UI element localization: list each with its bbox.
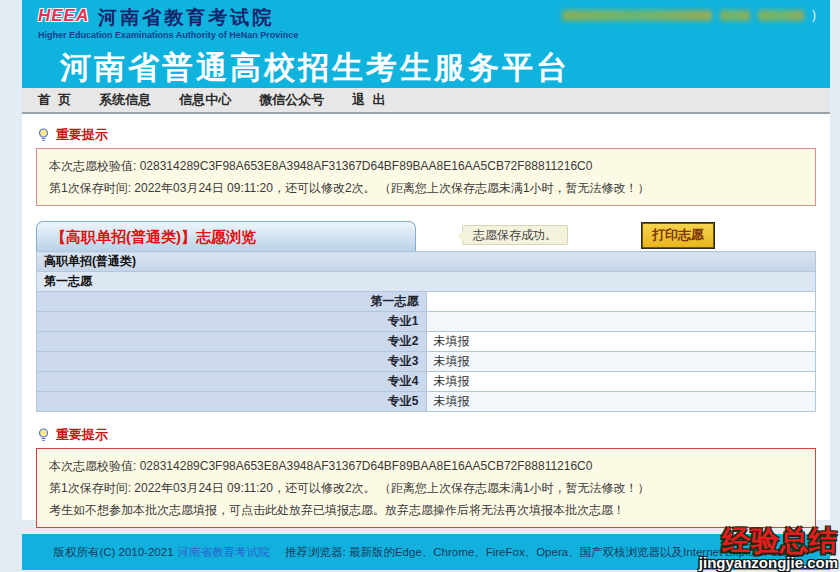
user-suffix-text: )	[812, 8, 816, 22]
save-time-line: 第1次保存时间: 2022年03月24日 09:11:20，还可以修改2次。 （…	[49, 477, 803, 499]
browse-tab-row: 【高职单招(普通类)】志愿浏览 志愿保存成功。 打印志愿	[36, 221, 816, 251]
notice-top-box: 本次志愿校验值: 028314289C3F98A653E8A3948AF3136…	[36, 148, 816, 206]
table-row: 专业3 未填报	[37, 352, 816, 372]
save-time-line: 第1次保存时间: 2022年03月24日 09:11:20，还可以修改2次。 （…	[49, 177, 803, 199]
row-label: 专业3	[37, 352, 427, 372]
main-nav: 首 页 系统信息 信息中心 微信公众号 退 出	[22, 88, 830, 114]
notice-bottom-box: 本次志愿校验值: 028314289C3F98A653E8A3948AF3136…	[36, 448, 816, 528]
row-value	[426, 292, 816, 312]
table-row: 专业2 未填报	[37, 332, 816, 352]
bulb-icon	[38, 428, 49, 443]
nav-item-system-info[interactable]: 系统信息	[99, 91, 151, 109]
org-name: 河南省教育考试院	[98, 5, 274, 31]
row-label: 专业5	[37, 392, 427, 412]
table-row: 专业4 未填报	[37, 372, 816, 392]
banner-title: 河南省普通高校招生考生服务平台	[22, 40, 830, 89]
redacted-user-name	[562, 10, 712, 21]
notice-top-title: 重要提示	[56, 126, 108, 144]
row-value: 未填报	[426, 332, 816, 352]
heea-logo-icon: HEEA	[36, 6, 91, 26]
nav-item-wechat[interactable]: 微信公众号	[259, 91, 324, 109]
copyright-text: 版权所有(C) 2010-2021	[53, 545, 173, 560]
org-footer-link[interactable]: 河南省教育考试院	[178, 545, 270, 560]
site-header: HEEA 河南省教育考试院 Higher Education Examinati…	[22, 0, 830, 88]
save-success-toast: 志愿保存成功。	[462, 225, 568, 245]
site-footer: 版权所有(C) 2010-2021 河南省教育考试院 推荐浏览器: 最新版的Ed…	[22, 534, 830, 570]
redacted-user-id	[720, 10, 750, 21]
subgroup-header-cell: 第一志愿	[37, 272, 816, 292]
notice-top-heading: 重要提示	[38, 126, 816, 144]
org-name-english: Higher Education Examinations Authority …	[22, 30, 830, 40]
bulb-icon	[38, 128, 49, 143]
row-label: 第一志愿	[37, 292, 427, 312]
nav-item-info-center[interactable]: 信息中心	[179, 91, 231, 109]
tab-wish-browse[interactable]: 【高职单招(普通类)】志愿浏览	[36, 221, 416, 251]
row-value: 未填报	[426, 392, 816, 412]
nav-item-home[interactable]: 首 页	[38, 91, 71, 109]
checksum-line: 本次志愿校验值: 028314289C3F98A653E8A3948AF3136…	[49, 155, 803, 177]
notice-bottom-heading: 重要提示	[38, 426, 816, 444]
print-wish-button[interactable]: 打印志愿	[642, 223, 714, 248]
notice-bottom-title: 重要提示	[56, 426, 108, 444]
row-label: 专业4	[37, 372, 427, 392]
table-row: 专业5 未填报	[37, 392, 816, 412]
nav-item-logout[interactable]: 退 出	[352, 91, 385, 109]
redacted-user-extra	[758, 10, 804, 21]
row-value: 未填报	[426, 372, 816, 392]
user-info-redacted: )	[562, 8, 816, 22]
table-row: 专业1	[37, 312, 816, 332]
checksum-line: 本次志愿校验值: 028314289C3F98A653E8A3948AF3136…	[49, 455, 803, 477]
main-content: 重要提示 本次志愿校验值: 028314289C3F98A653E8A3948A…	[22, 114, 830, 520]
table-group-row: 高职单招(普通类)	[37, 252, 816, 272]
row-label: 专业2	[37, 332, 427, 352]
wish-table: 高职单招(普通类) 第一志愿 第一志愿 专业1 专业2 未填报	[36, 251, 816, 412]
browsers-text: 推荐浏览器: 最新版的Edge、Chrome、FireFox、Opera、国产双…	[274, 545, 799, 560]
row-label: 专业1	[37, 312, 427, 332]
abandon-wish-line[interactable]: 考生如不想参加本批次志愿填报，可点击此处放弃已填报志愿。放弃志愿操作后将无法再次…	[49, 499, 803, 521]
row-value: 未填报	[426, 352, 816, 372]
table-row: 第一志愿	[37, 292, 816, 312]
row-value	[426, 312, 816, 332]
group-header-cell: 高职单招(普通类)	[37, 252, 816, 272]
page-container: HEEA 河南省教育考试院 Higher Education Examinati…	[22, 0, 830, 558]
table-subgroup-row: 第一志愿	[37, 272, 816, 292]
